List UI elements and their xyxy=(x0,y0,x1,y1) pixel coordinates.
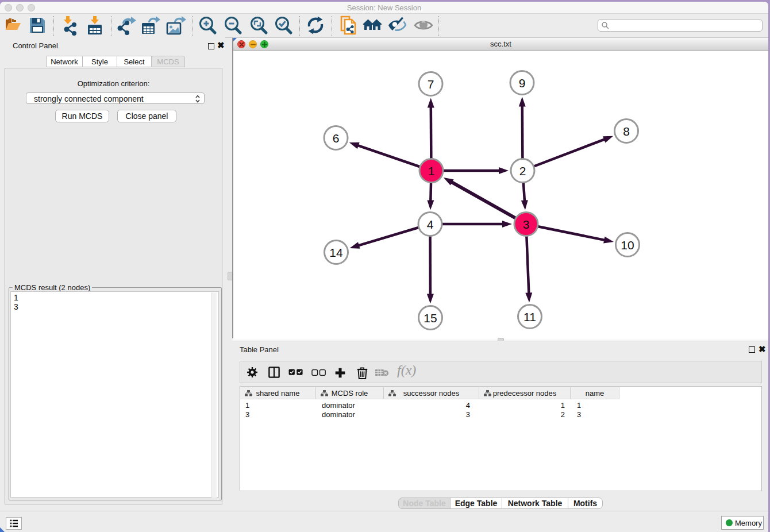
svg-text:8: 8 xyxy=(623,125,630,138)
svg-text:3: 3 xyxy=(523,218,530,231)
svg-text:1: 1 xyxy=(428,164,435,178)
svg-text:11: 11 xyxy=(523,310,536,323)
svg-text:9: 9 xyxy=(519,76,526,90)
svg-text:14: 14 xyxy=(329,246,343,259)
svg-text:15: 15 xyxy=(424,311,437,325)
svg-text:6: 6 xyxy=(333,132,340,145)
svg-text:4: 4 xyxy=(427,218,434,231)
svg-text:10: 10 xyxy=(621,238,634,252)
svg-text:7: 7 xyxy=(428,78,434,91)
svg-text:2: 2 xyxy=(519,164,526,178)
